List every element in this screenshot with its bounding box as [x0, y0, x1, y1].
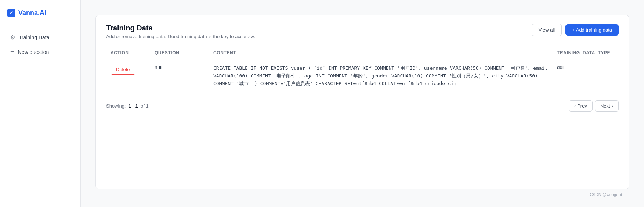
footer-text: CSDN @wengerd	[590, 192, 622, 197]
delete-button[interactable]: Delete	[111, 65, 135, 75]
gear-icon: ⚙	[10, 34, 15, 41]
logo-icon: ✓	[7, 9, 15, 17]
action-cell: Delete	[106, 59, 150, 93]
pagination-row: Showing: 1 - 1 of 1 ‹ Prev Next ›	[106, 94, 619, 112]
next-button[interactable]: Next ›	[595, 100, 619, 112]
question-cell: null	[150, 59, 209, 93]
logo-text: Vanna.AI	[18, 9, 46, 17]
sidebar-nav: ⚙ Training Data + New question	[0, 28, 80, 62]
type-cell: ddl	[553, 59, 619, 93]
col-header-question: QUESTION	[150, 47, 209, 59]
showing-label: Showing:	[106, 103, 126, 109]
col-header-content: CONTENT	[209, 47, 553, 59]
main-content: Training Data Add or remove training dat…	[81, 0, 644, 207]
next-label: Next	[600, 103, 610, 109]
sidebar-divider	[6, 26, 75, 26]
table-row: DeletenullCREATE TABLE IF NOT EXISTS vus…	[106, 59, 619, 93]
content-text: CREATE TABLE IF NOT EXISTS vuser ( `id` …	[213, 65, 547, 86]
plus-icon: +	[10, 48, 14, 56]
page-title: Training Data	[106, 24, 255, 32]
sidebar: ✓ Vanna.AI ⚙ Training Data + New questio…	[0, 0, 81, 207]
view-all-button[interactable]: View all	[532, 24, 562, 36]
card-title-block: Training Data Add or remove training dat…	[106, 24, 255, 39]
sidebar-new-question-label: New question	[18, 49, 49, 55]
card-actions: View all + Add training data	[532, 24, 619, 36]
showing-text: Showing: 1 - 1 of 1	[106, 103, 149, 109]
showing-range: 1 - 1	[129, 103, 138, 109]
page-subtitle: Add or remove training data. Good traini…	[106, 34, 255, 39]
prev-button[interactable]: ‹ Prev	[569, 100, 593, 112]
chevron-right-icon: ›	[612, 103, 613, 109]
training-data-table: ACTION QUESTION CONTENT TRAINING_DATA_TY…	[106, 47, 619, 92]
col-header-type: TRAINING_DATA_TYPE	[553, 47, 619, 59]
add-training-data-button[interactable]: + Add training data	[565, 24, 619, 36]
table-body: DeletenullCREATE TABLE IF NOT EXISTS vus…	[106, 59, 619, 93]
training-data-card: Training Data Add or remove training dat…	[95, 15, 629, 189]
sidebar-item-training-data[interactable]: ⚙ Training Data	[3, 30, 77, 44]
pagination-buttons: ‹ Prev Next ›	[569, 100, 619, 112]
prev-label: Prev	[577, 103, 587, 109]
sidebar-item-label: Training Data	[19, 34, 50, 40]
logo: ✓ Vanna.AI	[0, 6, 80, 24]
content-cell: CREATE TABLE IF NOT EXISTS vuser ( `id` …	[209, 59, 553, 93]
of-label: of 1	[141, 103, 149, 109]
card-header: Training Data Add or remove training dat…	[106, 24, 619, 39]
sidebar-item-new-question[interactable]: + New question	[3, 44, 77, 59]
col-header-action: ACTION	[106, 47, 150, 59]
chevron-left-icon: ‹	[574, 103, 576, 109]
footer: CSDN @wengerd	[95, 189, 629, 200]
table-header: ACTION QUESTION CONTENT TRAINING_DATA_TY…	[106, 47, 619, 59]
